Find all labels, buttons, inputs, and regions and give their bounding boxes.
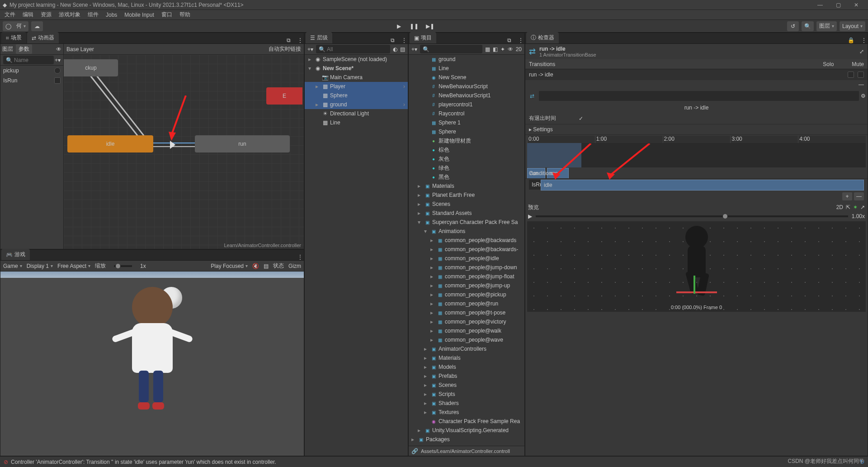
pause-button[interactable]: ❚❚ [407, 21, 421, 31]
project-item[interactable]: #NewBehaviourScript [409, 82, 524, 91]
window-maximize[interactable]: ▢ [829, 0, 847, 10]
panel-menu-icon[interactable]: ⋮ [297, 254, 303, 260]
hierarchy-item[interactable]: ▦Sphere [305, 91, 408, 100]
param-pickup[interactable]: pickup [0, 66, 63, 76]
undo-history-icon[interactable]: ↺ [787, 21, 799, 31]
project-item[interactable]: #NewBehaviourScript1 [409, 91, 524, 100]
add-condition-button[interactable]: + [842, 192, 852, 200]
hierarchy-item[interactable]: 📷Main Camera [305, 73, 408, 82]
ik-icon[interactable]: ✶ [853, 204, 858, 210]
project-item[interactable]: ▸▣AnimatorControllers [409, 344, 524, 353]
auto-live-link[interactable]: 自动实时链接 [269, 45, 301, 53]
state-pickup[interactable]: ckup [64, 59, 118, 76]
tab-hierarchy[interactable]: ☰层级 [306, 32, 332, 43]
preview-speed-slider[interactable] [536, 215, 848, 217]
project-item[interactable]: ◉Character Pack Free Sample Rea [409, 417, 524, 426]
project-item[interactable]: ▸▦common_people@pickup [409, 290, 524, 299]
project-item[interactable]: ▸▦common_people@jump-float [409, 272, 524, 281]
layers-tab[interactable]: 图层 [2, 45, 13, 53]
param-isrun[interactable]: IsRun [0, 76, 63, 86]
project-item[interactable]: ▸▦common_people@run [409, 299, 524, 308]
project-item[interactable]: ▾▣Animations [409, 227, 524, 236]
state-run[interactable]: run [195, 135, 290, 152]
transition-list-row[interactable]: run -> idle [525, 69, 868, 80]
project-item[interactable]: ▸▣Scenes [409, 381, 524, 390]
project-item[interactable]: ▸▣Materials [409, 181, 524, 191]
state-idle[interactable]: idle [67, 135, 153, 152]
menu-gameobject[interactable]: 游戏对象 [56, 11, 83, 19]
project-item[interactable]: ▸▦common_people@victory [409, 317, 524, 326]
panel-menu-icon[interactable]: ⋮ [297, 37, 303, 43]
gear-icon[interactable]: ⚙ [861, 93, 866, 99]
remove-condition-button[interactable]: — [854, 192, 864, 200]
project-item[interactable]: ▸▣Models [409, 362, 524, 372]
project-item[interactable]: ▸▦common_people@t-pose [409, 308, 524, 317]
menu-component[interactable]: 组件 [85, 11, 101, 19]
menu-jobs[interactable]: Jobs [103, 12, 120, 18]
project-item[interactable]: ▸▣Prefabs [409, 372, 524, 381]
project-item[interactable]: ▸▣Scenes [409, 200, 524, 209]
project-item[interactable]: ▸▣Unity.VisualScripting.Generated [409, 426, 524, 435]
hierarchy-search[interactable]: 🔍 All [316, 45, 390, 53]
hierarchy-item[interactable]: ▾◉New Scene* [305, 64, 408, 73]
project-item[interactable]: ▸▦common_people@jump-up [409, 281, 524, 290]
mute-checkbox[interactable] [858, 71, 864, 78]
pivot-icon[interactable]: ⇱ [846, 204, 850, 210]
layout-dropdown[interactable]: Layout [840, 21, 865, 31]
hierarchy-item[interactable]: ▸◉SampleScene (not loaded) [305, 55, 408, 64]
stats-toggle[interactable]: 状态 [273, 262, 284, 270]
project-item[interactable]: ▸▣Planet Earth Free [409, 191, 524, 200]
menu-window[interactable]: 窗口 [159, 11, 175, 19]
type-icon[interactable]: ◧ [493, 46, 498, 52]
popout-icon[interactable]: ⧉ [391, 37, 395, 43]
project-item[interactable]: ◉New Scene [409, 73, 524, 82]
project-item[interactable]: ▦Sphere 1 [409, 118, 524, 127]
project-item[interactable]: ▸▦common_people@jump-down [409, 263, 524, 272]
tab-game[interactable]: 🎮游戏 [1, 249, 30, 260]
settings-icon[interactable]: ↗ [860, 204, 865, 210]
param-isrun-toggle[interactable] [54, 77, 61, 84]
vsync-icon[interactable]: ▤ [264, 263, 269, 269]
hierarchy-item[interactable]: ▸▦Player› [305, 82, 408, 91]
project-item[interactable]: ▸▣Shaders [409, 399, 524, 408]
hierarchy-item[interactable]: ▦Line [305, 118, 408, 127]
play-button[interactable]: ▶ [393, 21, 405, 31]
project-item[interactable]: ▸▣Scripts [409, 390, 524, 399]
window-close[interactable]: ✕ [847, 0, 865, 10]
menu-help[interactable]: 帮助 [177, 11, 193, 19]
scale-slider[interactable] [114, 265, 132, 267]
picker-icon[interactable]: ◐ [393, 46, 397, 52]
console-status-bar[interactable]: ⊘ Controller 'AnimatorController': Trans… [0, 456, 868, 467]
game-dd-game[interactable]: Game [3, 263, 22, 269]
transition-timeline[interactable]: 0:00 1:00 2:00 3:00 4:00 run run idle [527, 136, 866, 167]
project-item[interactable]: ●灰色 [409, 154, 524, 163]
tab-animator[interactable]: ⇄动画器 [27, 32, 59, 43]
tab-inspector[interactable]: ⓘ检查器 [526, 32, 559, 43]
project-search[interactable]: 🔍 [420, 45, 482, 53]
project-item[interactable]: ●新建物理材质 [409, 136, 524, 145]
layers-dropdown[interactable]: 图层 [816, 21, 837, 31]
expand-icon[interactable]: ⤢ [859, 48, 864, 55]
panel-menu-icon[interactable]: ⋮ [401, 37, 407, 43]
create-dd[interactable]: +▾ [411, 46, 417, 52]
tab-project[interactable]: ▣项目 [410, 32, 436, 43]
menu-edit[interactable]: 编辑 [20, 11, 36, 19]
panel-menu-icon[interactable]: ⋮ [518, 37, 524, 43]
eye-icon[interactable]: 👁 [56, 46, 61, 52]
hierarchy-item[interactable]: ▸▦ground› [305, 100, 408, 109]
project-item[interactable]: ●绿色 [409, 163, 524, 172]
popout-icon[interactable]: ⧉ [287, 37, 291, 43]
filter-icon[interactable]: ▤ [400, 46, 405, 52]
step-button[interactable]: ▶❚ [423, 21, 437, 31]
lock-icon[interactable]: 🔒 [848, 37, 854, 43]
project-item[interactable]: ▸▦common_people@backwards- [409, 245, 524, 254]
popout-icon[interactable]: ⧉ [507, 37, 511, 43]
cloud-button[interactable]: ☁ [31, 21, 43, 31]
solo-checkbox[interactable] [848, 71, 854, 78]
remove-transition-button[interactable]: — [859, 81, 864, 88]
menu-file[interactable]: 文件 [2, 11, 18, 19]
gizmos-toggle[interactable]: Gizm [288, 263, 301, 269]
account-dropdown[interactable]: ◯ 何 [3, 21, 28, 31]
add-param-button[interactable]: +▾ [55, 57, 61, 63]
fav-icon[interactable]: ▦ [485, 46, 490, 52]
